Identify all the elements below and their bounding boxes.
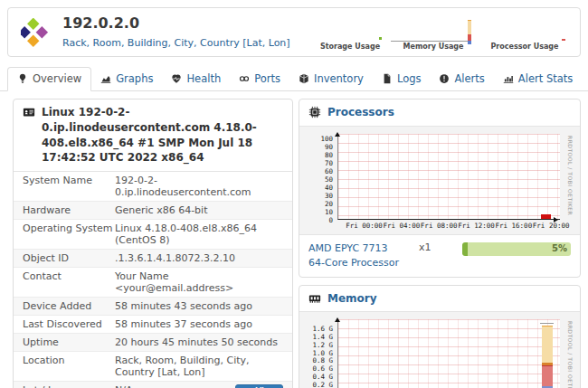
- processors-plot[interactable]: [337, 134, 560, 220]
- header-mini-graphs: Storage Usage Memory Usage Processor Usa…: [301, 13, 565, 53]
- row-value: 58 minutes 37 seconds ago: [115, 318, 283, 330]
- centos-logo-icon: [21, 18, 50, 47]
- panel-title: Memory: [327, 291, 377, 307]
- row-value: 20 hours 45 minutes 50 seconds: [115, 336, 283, 348]
- device-location-link[interactable]: Rack, Room, Building, City, Country [Lat…: [62, 37, 290, 49]
- storage-spark-mark: [379, 37, 382, 40]
- area-chart-icon: [100, 73, 111, 84]
- view-map-button[interactable]: View: [235, 384, 283, 388]
- row-value: .1.3.6.1.4.1.8072.3.2.10: [115, 252, 283, 264]
- row-value: 192-0-2-0.ip.linodeusercontent.com: [115, 175, 283, 198]
- link-icon: [239, 73, 250, 84]
- row-label: Contact: [23, 270, 115, 294]
- table-row: Last Discovered58 minutes 37 seconds ago: [14, 315, 292, 333]
- x-axis: Fri 00:00Fri 04:00Fri 08:00Fri 12:00Fri …: [337, 222, 560, 232]
- cpu-usage-fill: [462, 242, 468, 256]
- row-label: Last Discovered: [23, 318, 115, 330]
- address-card-icon: [23, 106, 35, 118]
- y-axis: 1009080706050403020100: [301, 134, 337, 220]
- memory-plot[interactable]: [337, 319, 560, 388]
- memory-panel: Memory 1.6 G1.4 G1.2 G1.0 G0.8 G0.6 G0.4…: [299, 285, 581, 388]
- table-row: Uptime20 hours 45 minutes 50 seconds: [14, 333, 292, 351]
- memory-panel-header: Memory: [299, 286, 580, 313]
- row-label: Operating System: [23, 222, 115, 246]
- rrdtool-watermark: RRDTOOL / TOBI OETIKER: [567, 136, 574, 215]
- table-row: LocationRack, Room, Building, City, Coun…: [14, 351, 292, 381]
- tab-logs[interactable]: Logs: [373, 68, 431, 90]
- device-title: 192.0.2.0: [62, 14, 290, 32]
- table-row: HardwareGeneric x86 64-bit: [14, 201, 292, 219]
- system-attributes-table: System Name192-0-2-0.ip.linodeuserconten…: [14, 172, 292, 388]
- microchip-icon: [308, 106, 321, 118]
- row-label: Location: [23, 355, 115, 378]
- cpu-usage-percent: 5%: [552, 243, 567, 253]
- tab-graphs[interactable]: Graphs: [91, 68, 162, 90]
- tab-latency[interactable]: Latency: [582, 68, 588, 90]
- system-info-panel: Linux 192-0-2-0.ip.linodeusercontent.com…: [13, 99, 293, 388]
- table-row: ContactYour Name <your@email.address>: [14, 267, 292, 297]
- processors-graph: 1009080706050403020100 Fri 00:00Fri 04:0…: [299, 127, 580, 234]
- table-row: Object ID.1.3.6.1.4.1.8072.3.2.10: [14, 249, 292, 267]
- panel-title: Processors: [327, 105, 394, 120]
- memory-usage-minigraph[interactable]: Memory Usage: [403, 43, 464, 51]
- system-panel-header: Linux 192-0-2-0.ip.linodeusercontent.com…: [14, 99, 292, 172]
- device-identity: 192.0.2.0 Rack, Room, Building, City, Co…: [62, 14, 290, 49]
- table-row: Lat / LngN/A View: [14, 381, 292, 388]
- tab-overview[interactable]: Overview: [7, 67, 91, 91]
- alert-circle-icon: [439, 73, 450, 84]
- tab-alert-stats[interactable]: Alert Stats: [494, 68, 582, 90]
- processors-panel: Processors 1009080706050403020100 Fri 00…: [299, 99, 581, 278]
- storage-usage-minigraph[interactable]: Storage Usage: [320, 43, 380, 51]
- table-row: Device Added58 minutes 43 seconds ago: [14, 297, 292, 315]
- processors-panel-header: Processors: [299, 99, 580, 127]
- device-tabbar: Overview Graphs Health Ports Inventory L…: [0, 67, 588, 91]
- y-axis: 1.6 G1.4 G1.2 G1.0 G0.8 G0.6 G0.4 G0.2 G…: [301, 319, 337, 388]
- tab-alerts[interactable]: Alerts: [430, 68, 493, 90]
- cube-icon: [299, 73, 309, 84]
- left-column: Linux 192-0-2-0.ip.linodeusercontent.com…: [13, 99, 293, 388]
- bar-chart-icon: [503, 73, 514, 84]
- memory-spark-baseline: [391, 41, 470, 42]
- memory-ram-icon: [308, 292, 321, 305]
- row-label: Hardware: [23, 204, 115, 216]
- row-label: System Name: [23, 175, 115, 198]
- row-value: Your Name <your@email.address>: [115, 270, 283, 294]
- memory-spark-buffers: [468, 20, 471, 34]
- file-icon: [382, 73, 393, 84]
- table-row: System Name192-0-2-0.ip.linodeuserconten…: [14, 172, 292, 201]
- system-description: Linux 192-0-2-0.ip.linodeusercontent.com…: [42, 105, 283, 166]
- memory-spark-cached: [468, 41, 471, 44]
- processor-spark-mark: [562, 39, 565, 41]
- lightbulb-icon: [17, 73, 28, 84]
- overview-content: Linux 192-0-2-0.ip.linodeusercontent.com…: [0, 91, 588, 388]
- cpu-description-link[interactable]: 64-Core Processor: [308, 257, 399, 269]
- tab-health[interactable]: Health: [162, 68, 230, 90]
- table-row: Operating SystemLinux 4.18.0-408.el8.x86…: [14, 219, 292, 249]
- cpu-model: AMD EPYC 7713 64-Core Processor: [308, 241, 399, 270]
- tab-inventory[interactable]: Inventory: [289, 68, 373, 90]
- row-label: Uptime: [23, 336, 115, 348]
- processor-usage-minigraph[interactable]: Processor Usage: [490, 43, 558, 51]
- device-header: 192.0.2.0 Rack, Room, Building, City, Co…: [7, 7, 581, 57]
- rrdtool-watermark: RRDTOOL / TOBI OETIKER: [567, 321, 574, 388]
- right-column: Processors 1009080706050403020100 Fri 00…: [299, 99, 581, 388]
- memory-spark-used: [468, 34, 471, 41]
- cpu-model-link[interactable]: AMD EPYC 7713: [308, 242, 388, 254]
- cpu-usage-progressbar: 5%: [462, 242, 571, 256]
- cpu-usage-row: AMD EPYC 7713 64-Core Processor x1 5%: [299, 234, 580, 277]
- heartbeat-icon: [171, 73, 182, 84]
- row-label: Lat / Lng: [23, 384, 115, 388]
- row-value: 58 minutes 43 seconds ago: [115, 300, 283, 312]
- row-label: Object ID: [23, 252, 115, 264]
- row-value: Linux 4.18.0-408.el8.x86_64 (CentOS 8): [115, 222, 283, 246]
- row-value: Rack, Room, Building, City, Country [Lat…: [115, 355, 283, 378]
- row-label: Device Added: [23, 300, 115, 312]
- tab-ports[interactable]: Ports: [230, 68, 289, 90]
- row-value: N/A: [115, 384, 132, 388]
- row-value: Generic x86 64-bit: [115, 204, 283, 216]
- cpu-count: x1: [419, 241, 432, 253]
- memory-graph: 1.6 G1.4 G1.2 G1.0 G0.8 G0.6 G0.4 G0.2 G…: [299, 312, 580, 388]
